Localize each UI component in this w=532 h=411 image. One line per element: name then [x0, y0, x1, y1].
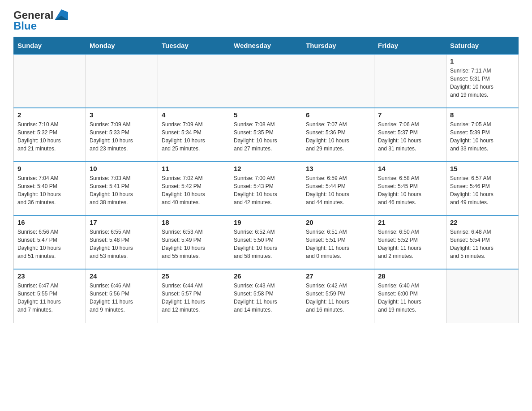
- day-info: Sunrise: 6:59 AMSunset: 5:44 PMDaylight:…: [306, 174, 370, 206]
- calendar-header-row: SundayMondayTuesdayWednesdayThursdayFrid…: [14, 37, 519, 55]
- day-number: 5: [234, 111, 298, 119]
- calendar-cell: 18Sunrise: 6:53 AMSunset: 5:49 PMDayligh…: [158, 215, 230, 269]
- day-info: Sunrise: 6:42 AMSunset: 5:59 PMDaylight:…: [306, 282, 370, 314]
- day-info: Sunrise: 6:40 AMSunset: 6:00 PMDaylight:…: [378, 282, 442, 314]
- calendar-cell: 14Sunrise: 6:58 AMSunset: 5:45 PMDayligh…: [374, 162, 446, 215]
- calendar-cell: 17Sunrise: 6:55 AMSunset: 5:48 PMDayligh…: [86, 215, 158, 269]
- day-info: Sunrise: 6:44 AMSunset: 5:57 PMDaylight:…: [162, 282, 226, 314]
- calendar-cell: 27Sunrise: 6:42 AMSunset: 5:59 PMDayligh…: [302, 269, 374, 323]
- day-number: 27: [306, 272, 370, 280]
- calendar-cell: 7Sunrise: 7:06 AMSunset: 5:37 PMDaylight…: [374, 108, 446, 162]
- weekday-header-friday: Friday: [374, 37, 446, 55]
- logo: General Blue: [13, 9, 68, 32]
- calendar-cell: 6Sunrise: 7:07 AMSunset: 5:36 PMDaylight…: [302, 108, 374, 162]
- weekday-header-wednesday: Wednesday: [230, 37, 302, 55]
- calendar-week-row: 1Sunrise: 7:11 AMSunset: 5:31 PMDaylight…: [14, 54, 519, 108]
- calendar-cell: 24Sunrise: 6:46 AMSunset: 5:56 PMDayligh…: [86, 269, 158, 323]
- calendar-cell: 11Sunrise: 7:02 AMSunset: 5:42 PMDayligh…: [158, 162, 230, 215]
- calendar-cell: 10Sunrise: 7:03 AMSunset: 5:41 PMDayligh…: [86, 162, 158, 215]
- day-info: Sunrise: 6:43 AMSunset: 5:58 PMDaylight:…: [234, 282, 298, 314]
- day-number: 14: [378, 165, 442, 172]
- calendar-week-row: 16Sunrise: 6:56 AMSunset: 5:47 PMDayligh…: [14, 215, 519, 269]
- calendar-cell: 4Sunrise: 7:09 AMSunset: 5:34 PMDaylight…: [158, 108, 230, 162]
- weekday-header-tuesday: Tuesday: [158, 37, 230, 55]
- day-info: Sunrise: 7:06 AMSunset: 5:37 PMDaylight:…: [378, 120, 442, 153]
- day-info: Sunrise: 7:04 AMSunset: 5:40 PMDaylight:…: [17, 174, 82, 206]
- day-info: Sunrise: 6:55 AMSunset: 5:48 PMDaylight:…: [90, 228, 154, 260]
- calendar-cell: 26Sunrise: 6:43 AMSunset: 5:58 PMDayligh…: [230, 269, 302, 323]
- calendar-cell: 16Sunrise: 6:56 AMSunset: 5:47 PMDayligh…: [14, 215, 86, 269]
- day-number: 18: [162, 218, 226, 226]
- day-number: 6: [306, 111, 370, 119]
- weekday-header-thursday: Thursday: [302, 37, 374, 55]
- day-info: Sunrise: 7:11 AMSunset: 5:31 PMDaylight:…: [450, 67, 515, 99]
- calendar-cell: 20Sunrise: 6:51 AMSunset: 5:51 PMDayligh…: [302, 215, 374, 269]
- day-number: 11: [162, 165, 226, 172]
- day-number: 28: [378, 272, 442, 280]
- logo-triangle-icon: [55, 9, 68, 20]
- day-number: 22: [450, 218, 515, 226]
- weekday-header-sunday: Sunday: [14, 37, 86, 55]
- day-number: 16: [17, 218, 82, 226]
- calendar-cell: 2Sunrise: 7:10 AMSunset: 5:32 PMDaylight…: [14, 108, 86, 162]
- calendar-cell: 19Sunrise: 6:52 AMSunset: 5:50 PMDayligh…: [230, 215, 302, 269]
- day-info: Sunrise: 7:07 AMSunset: 5:36 PMDaylight:…: [306, 120, 370, 153]
- calendar-cell: [302, 54, 374, 108]
- calendar-cell: 12Sunrise: 7:00 AMSunset: 5:43 PMDayligh…: [230, 162, 302, 215]
- weekday-header-saturday: Saturday: [446, 37, 519, 55]
- calendar-cell: 15Sunrise: 6:57 AMSunset: 5:46 PMDayligh…: [446, 162, 519, 215]
- calendar-table: SundayMondayTuesdayWednesdayThursdayFrid…: [13, 37, 519, 323]
- day-info: Sunrise: 6:50 AMSunset: 5:52 PMDaylight:…: [378, 228, 442, 260]
- day-info: Sunrise: 6:47 AMSunset: 5:55 PMDaylight:…: [17, 282, 82, 314]
- calendar-cell: 25Sunrise: 6:44 AMSunset: 5:57 PMDayligh…: [158, 269, 230, 323]
- day-info: Sunrise: 6:57 AMSunset: 5:46 PMDaylight:…: [450, 174, 515, 206]
- day-number: 1: [450, 57, 515, 65]
- calendar-cell: 5Sunrise: 7:08 AMSunset: 5:35 PMDaylight…: [230, 108, 302, 162]
- calendar-cell: 28Sunrise: 6:40 AMSunset: 6:00 PMDayligh…: [374, 269, 446, 323]
- day-info: Sunrise: 7:02 AMSunset: 5:42 PMDaylight:…: [162, 174, 226, 206]
- day-number: 24: [90, 272, 154, 280]
- page-header: General Blue: [13, 9, 519, 32]
- calendar-cell: 13Sunrise: 6:59 AMSunset: 5:44 PMDayligh…: [302, 162, 374, 215]
- calendar-week-row: 9Sunrise: 7:04 AMSunset: 5:40 PMDaylight…: [14, 162, 519, 215]
- calendar-cell: [446, 269, 519, 323]
- calendar-cell: [230, 54, 302, 108]
- day-info: Sunrise: 7:03 AMSunset: 5:41 PMDaylight:…: [90, 174, 154, 206]
- day-number: 17: [90, 218, 154, 226]
- day-number: 2: [17, 111, 82, 119]
- day-number: 13: [306, 165, 370, 172]
- day-number: 8: [450, 111, 515, 119]
- day-number: 19: [234, 218, 298, 226]
- day-info: Sunrise: 7:00 AMSunset: 5:43 PMDaylight:…: [234, 174, 298, 206]
- day-number: 3: [90, 111, 154, 119]
- calendar-cell: 1Sunrise: 7:11 AMSunset: 5:31 PMDaylight…: [446, 54, 519, 108]
- calendar-cell: [14, 54, 86, 108]
- day-info: Sunrise: 6:53 AMSunset: 5:49 PMDaylight:…: [162, 228, 226, 260]
- day-number: 10: [90, 165, 154, 172]
- calendar-cell: 3Sunrise: 7:09 AMSunset: 5:33 PMDaylight…: [86, 108, 158, 162]
- day-info: Sunrise: 6:51 AMSunset: 5:51 PMDaylight:…: [306, 228, 370, 260]
- day-number: 9: [17, 165, 82, 172]
- day-info: Sunrise: 6:46 AMSunset: 5:56 PMDaylight:…: [90, 282, 154, 314]
- day-info: Sunrise: 7:08 AMSunset: 5:35 PMDaylight:…: [234, 120, 298, 153]
- calendar-week-row: 2Sunrise: 7:10 AMSunset: 5:32 PMDaylight…: [14, 108, 519, 162]
- logo-blue-text: Blue: [13, 20, 37, 32]
- day-number: 26: [234, 272, 298, 280]
- day-number: 4: [162, 111, 226, 119]
- day-number: 7: [378, 111, 442, 119]
- day-info: Sunrise: 6:58 AMSunset: 5:45 PMDaylight:…: [378, 174, 442, 206]
- logo-container: General Blue: [13, 9, 68, 32]
- day-info: Sunrise: 7:09 AMSunset: 5:33 PMDaylight:…: [90, 120, 154, 153]
- day-info: Sunrise: 7:05 AMSunset: 5:39 PMDaylight:…: [450, 120, 515, 153]
- calendar-cell: 22Sunrise: 6:48 AMSunset: 5:54 PMDayligh…: [446, 215, 519, 269]
- calendar-cell: [374, 54, 446, 108]
- day-number: 23: [17, 272, 82, 280]
- day-number: 21: [378, 218, 442, 226]
- day-info: Sunrise: 7:10 AMSunset: 5:32 PMDaylight:…: [17, 120, 82, 153]
- day-number: 15: [450, 165, 515, 172]
- calendar-cell: 23Sunrise: 6:47 AMSunset: 5:55 PMDayligh…: [14, 269, 86, 323]
- day-number: 12: [234, 165, 298, 172]
- calendar-cell: [86, 54, 158, 108]
- calendar-cell: [158, 54, 230, 108]
- day-info: Sunrise: 6:48 AMSunset: 5:54 PMDaylight:…: [450, 228, 515, 260]
